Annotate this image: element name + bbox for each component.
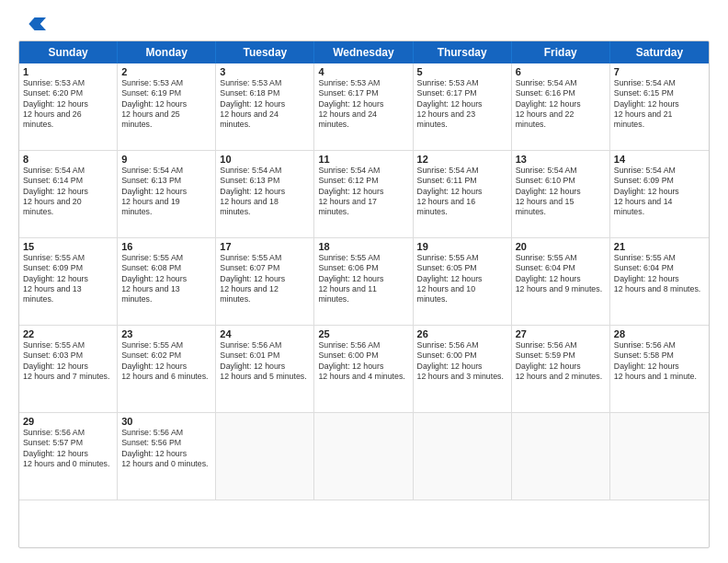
day-info: Sunrise: 5:54 AMSunset: 6:10 PMDaylight:… (516, 166, 606, 218)
general-blue-icon (20, 16, 46, 32)
cal-cell-15: 16Sunrise: 5:55 AMSunset: 6:08 PMDayligh… (118, 238, 216, 326)
cal-cell-22: 23Sunrise: 5:55 AMSunset: 6:02 PMDayligh… (118, 326, 216, 413)
day-info: Sunrise: 5:53 AMSunset: 6:18 PMDaylight:… (220, 78, 310, 131)
day-info: Sunrise: 5:54 AMSunset: 6:13 PMDaylight:… (220, 166, 310, 218)
day-info: Sunrise: 5:55 AMSunset: 6:02 PMDaylight:… (121, 340, 211, 383)
day-info: Sunrise: 5:54 AMSunset: 6:14 PMDaylight:… (23, 166, 113, 218)
day-number: 8 (23, 154, 113, 165)
cal-cell-1: 2Sunrise: 5:53 AMSunset: 6:19 PMDaylight… (118, 63, 216, 151)
day-number: 12 (417, 154, 507, 165)
cal-cell-31 (314, 413, 413, 500)
day-number: 23 (121, 328, 211, 339)
day-info: Sunrise: 5:56 AMSunset: 5:58 PMDaylight:… (614, 340, 705, 383)
weekday-header-saturday: Saturday (610, 41, 709, 63)
day-info: Sunrise: 5:55 AMSunset: 6:09 PMDaylight:… (23, 253, 113, 305)
day-number: 25 (318, 328, 408, 339)
day-info: Sunrise: 5:55 AMSunset: 6:04 PMDaylight:… (516, 253, 606, 295)
day-number: 28 (614, 328, 705, 339)
cal-cell-10: 11Sunrise: 5:54 AMSunset: 6:12 PMDayligh… (314, 151, 413, 238)
day-info: Sunrise: 5:54 AMSunset: 6:16 PMDaylight:… (516, 78, 606, 131)
day-number: 27 (516, 328, 606, 339)
day-number: 14 (614, 154, 705, 165)
day-info: Sunrise: 5:55 AMSunset: 6:08 PMDaylight:… (121, 253, 211, 305)
day-number: 21 (614, 241, 705, 252)
cal-cell-28: 29Sunrise: 5:56 AMSunset: 5:57 PMDayligh… (19, 413, 118, 500)
day-info: Sunrise: 5:54 AMSunset: 6:11 PMDaylight:… (417, 166, 507, 218)
cal-cell-33 (512, 413, 610, 500)
cal-cell-26: 27Sunrise: 5:56 AMSunset: 5:59 PMDayligh… (512, 326, 610, 413)
day-info: Sunrise: 5:53 AMSunset: 6:17 PMDaylight:… (417, 78, 507, 131)
day-number: 20 (516, 241, 606, 252)
day-number: 4 (318, 66, 408, 77)
day-number: 22 (23, 328, 113, 339)
day-number: 6 (516, 66, 606, 77)
cal-cell-25: 26Sunrise: 5:56 AMSunset: 6:00 PMDayligh… (414, 326, 512, 413)
day-info: Sunrise: 5:55 AMSunset: 6:03 PMDaylight:… (23, 340, 113, 383)
cal-cell-29: 30Sunrise: 5:56 AMSunset: 5:56 PMDayligh… (118, 413, 216, 500)
day-number: 3 (220, 66, 310, 77)
day-number: 15 (23, 241, 113, 252)
weekday-header-wednesday: Wednesday (314, 41, 413, 63)
cal-cell-30 (216, 413, 314, 500)
day-number: 30 (121, 416, 211, 427)
day-number: 17 (220, 241, 310, 252)
cal-cell-18: 19Sunrise: 5:55 AMSunset: 6:05 PMDayligh… (414, 238, 512, 326)
day-info: Sunrise: 5:54 AMSunset: 6:09 PMDaylight:… (614, 166, 705, 218)
day-info: Sunrise: 5:56 AMSunset: 6:00 PMDaylight:… (417, 340, 507, 383)
weekday-header-friday: Friday (512, 41, 610, 63)
weekday-header-tuesday: Tuesday (216, 41, 314, 63)
cal-cell-4: 5Sunrise: 5:53 AMSunset: 6:17 PMDaylight… (414, 63, 512, 151)
weekday-header-sunday: Sunday (19, 41, 118, 63)
cal-cell-7: 8Sunrise: 5:54 AMSunset: 6:14 PMDaylight… (19, 151, 118, 238)
cal-cell-3: 4Sunrise: 5:53 AMSunset: 6:17 PMDaylight… (314, 63, 413, 151)
day-info: Sunrise: 5:55 AMSunset: 6:06 PMDaylight:… (318, 253, 408, 305)
cal-cell-20: 21Sunrise: 5:55 AMSunset: 6:04 PMDayligh… (610, 238, 709, 326)
day-number: 29 (23, 416, 113, 427)
calendar-header: SundayMondayTuesdayWednesdayThursdayFrid… (19, 41, 709, 63)
day-info: Sunrise: 5:56 AMSunset: 6:01 PMDaylight:… (220, 340, 310, 383)
logo (18, 15, 46, 33)
svg-marker-0 (28, 17, 46, 30)
day-info: Sunrise: 5:55 AMSunset: 6:05 PMDaylight:… (417, 253, 507, 305)
day-number: 19 (417, 241, 507, 252)
cal-cell-23: 24Sunrise: 5:56 AMSunset: 6:01 PMDayligh… (216, 326, 314, 413)
day-info: Sunrise: 5:54 AMSunset: 6:15 PMDaylight:… (614, 78, 705, 131)
header (18, 15, 710, 33)
cal-cell-5: 6Sunrise: 5:54 AMSunset: 6:16 PMDaylight… (512, 63, 610, 151)
weekday-header-thursday: Thursday (414, 41, 512, 63)
cal-cell-8: 9Sunrise: 5:54 AMSunset: 6:13 PMDaylight… (118, 151, 216, 238)
cal-cell-24: 25Sunrise: 5:56 AMSunset: 6:00 PMDayligh… (314, 326, 413, 413)
day-info: Sunrise: 5:56 AMSunset: 5:57 PMDaylight:… (23, 428, 113, 470)
cal-cell-19: 20Sunrise: 5:55 AMSunset: 6:04 PMDayligh… (512, 238, 610, 326)
day-info: Sunrise: 5:55 AMSunset: 6:04 PMDaylight:… (614, 253, 705, 295)
day-info: Sunrise: 5:54 AMSunset: 6:12 PMDaylight:… (318, 166, 408, 218)
day-number: 13 (516, 154, 606, 165)
day-info: Sunrise: 5:54 AMSunset: 6:13 PMDaylight:… (121, 166, 211, 218)
day-number: 2 (121, 66, 211, 77)
day-number: 16 (121, 241, 211, 252)
cal-cell-0: 1Sunrise: 5:53 AMSunset: 6:20 PMDaylight… (19, 63, 118, 151)
day-info: Sunrise: 5:55 AMSunset: 6:07 PMDaylight:… (220, 253, 310, 305)
day-number: 18 (318, 241, 408, 252)
cal-cell-21: 22Sunrise: 5:55 AMSunset: 6:03 PMDayligh… (19, 326, 118, 413)
cal-cell-16: 17Sunrise: 5:55 AMSunset: 6:07 PMDayligh… (216, 238, 314, 326)
cal-cell-13: 14Sunrise: 5:54 AMSunset: 6:09 PMDayligh… (610, 151, 709, 238)
cal-cell-27: 28Sunrise: 5:56 AMSunset: 5:58 PMDayligh… (610, 326, 709, 413)
cal-cell-17: 18Sunrise: 5:55 AMSunset: 6:06 PMDayligh… (314, 238, 413, 326)
day-number: 11 (318, 154, 408, 165)
day-number: 10 (220, 154, 310, 165)
weekday-header-monday: Monday (118, 41, 216, 63)
day-number: 9 (121, 154, 211, 165)
day-number: 7 (614, 66, 705, 77)
day-info: Sunrise: 5:56 AMSunset: 5:56 PMDaylight:… (121, 428, 211, 470)
page: SundayMondayTuesdayWednesdayThursdayFrid… (0, 0, 728, 563)
cal-cell-32 (414, 413, 512, 500)
cal-cell-14: 15Sunrise: 5:55 AMSunset: 6:09 PMDayligh… (19, 238, 118, 326)
day-info: Sunrise: 5:53 AMSunset: 6:19 PMDaylight:… (121, 78, 211, 131)
day-info: Sunrise: 5:56 AMSunset: 5:59 PMDaylight:… (516, 340, 606, 383)
cal-cell-34 (610, 413, 709, 500)
day-info: Sunrise: 5:56 AMSunset: 6:00 PMDaylight:… (318, 340, 408, 383)
day-number: 1 (23, 66, 113, 77)
day-number: 5 (417, 66, 507, 77)
day-number: 24 (220, 328, 310, 339)
